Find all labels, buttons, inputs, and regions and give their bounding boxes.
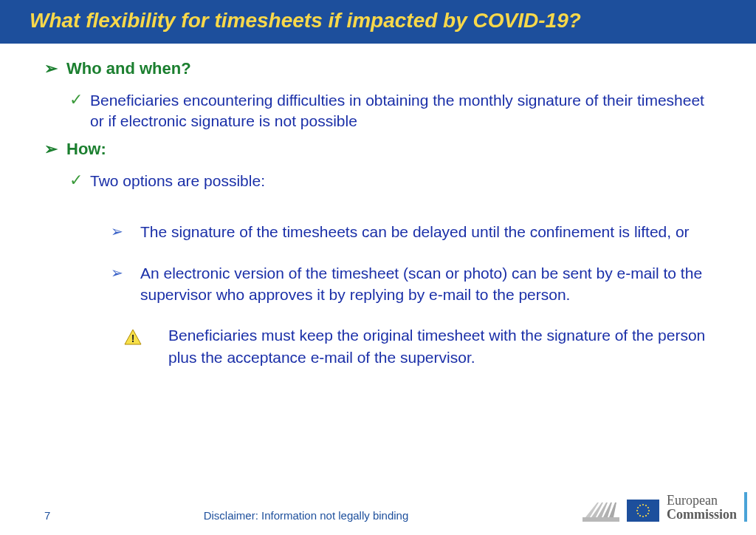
- slide-title: What flexibility for timesheets if impac…: [30, 7, 726, 33]
- how-warning-text: Beneficiaries must keep the original tim…: [154, 324, 721, 368]
- check-icon: ✓: [69, 171, 90, 190]
- svg-point-19: [637, 507, 639, 508]
- how-option-2: ➢ An electronic version of the timesheet…: [111, 262, 721, 306]
- how-option-2-text: An electronic version of the timesheet (…: [140, 262, 721, 306]
- page-number: 7: [44, 509, 103, 522]
- section-heading-how: How:: [66, 139, 106, 160]
- who-item: ✓ Beneficiaries encountering difficultie…: [69, 90, 721, 132]
- ec-building-icon: [583, 500, 619, 522]
- section-heading-who: Who and when?: [66, 58, 191, 80]
- slide-content: ➢ Who and when? ✓ Beneficiaries encounte…: [0, 44, 756, 368]
- slide-footer: 7 Disclaimer: Information not legally bi…: [0, 492, 756, 522]
- ec-logo-text: European Commission: [667, 494, 737, 522]
- arrow-right-icon: ➢: [111, 262, 140, 283]
- svg-point-13: [647, 513, 649, 514]
- svg-rect-8: [627, 500, 659, 522]
- arrow-right-icon: ➢: [44, 58, 66, 80]
- how-warning: ! Beneficiaries must keep the original t…: [124, 324, 721, 368]
- ec-logo-line1: European: [667, 494, 737, 508]
- svg-point-12: [648, 510, 650, 511]
- slide-header: What flexibility for timesheets if impac…: [0, 0, 756, 44]
- check-icon: ✓: [69, 90, 90, 109]
- svg-point-16: [639, 515, 641, 517]
- svg-rect-2: [583, 517, 619, 522]
- ec-logo-line2: Commission: [667, 508, 737, 522]
- how-option-1: ➢ The signature of the timesheets can be…: [111, 221, 721, 242]
- how-intro-text: Two options are possible:: [90, 171, 265, 191]
- arrow-right-icon: ➢: [111, 221, 140, 242]
- svg-point-18: [636, 510, 638, 511]
- svg-point-9: [642, 504, 644, 505]
- arrow-right-icon: ➢: [44, 139, 66, 160]
- warning-icon: !: [124, 324, 154, 348]
- svg-text:!: !: [131, 333, 135, 344]
- who-item-text: Beneficiaries encountering difficulties …: [90, 90, 721, 132]
- svg-point-17: [637, 513, 639, 514]
- how-option-1-text: The signature of the timesheets can be d…: [140, 221, 690, 242]
- eu-flag-icon: [627, 500, 659, 522]
- svg-point-10: [645, 505, 647, 506]
- footer-disclaimer: Disclaimer: Information not legally bind…: [103, 509, 583, 522]
- svg-point-11: [647, 507, 649, 508]
- how-intro: ✓ Two options are possible:: [69, 171, 721, 191]
- section-how: ➢ How:: [44, 139, 721, 160]
- footer-logos: European Commission: [583, 492, 747, 522]
- svg-point-14: [645, 515, 647, 517]
- svg-point-15: [642, 516, 644, 517]
- svg-point-20: [639, 505, 641, 506]
- ec-logo-bar-icon: [744, 492, 747, 522]
- section-who: ➢ Who and when?: [44, 58, 721, 80]
